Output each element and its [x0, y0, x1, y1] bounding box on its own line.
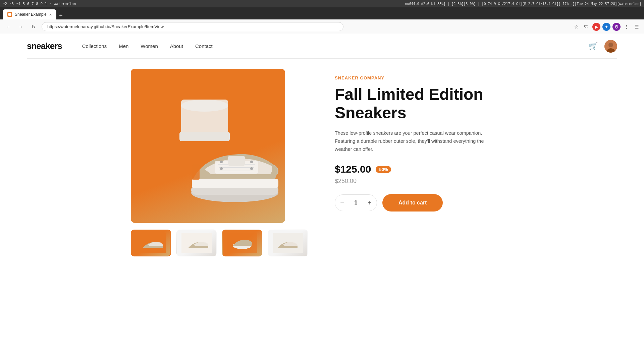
main-product-image[interactable] — [131, 69, 285, 223]
os-bar-right: nu644.0 d2.6 Ki 88%] | [C 3%][S 0%] | [O… — [405, 2, 641, 6]
product-title: Fall Limited Edition Sneakers — [335, 85, 513, 122]
svg-rect-15 — [228, 156, 245, 166]
discount-badge: 50% — [376, 166, 391, 173]
quantity-decrease-button[interactable]: − — [335, 195, 349, 211]
svg-point-18 — [250, 161, 253, 163]
svg-point-20 — [250, 167, 253, 170]
nav-link-men[interactable]: Men — [119, 43, 128, 49]
nav-link-about[interactable]: About — [170, 43, 183, 49]
thumbnail-1[interactable] — [131, 230, 171, 256]
refresh-icon: ↻ — [32, 24, 36, 29]
thumbnail-3[interactable] — [222, 230, 262, 256]
address-bar: ← → ↻ ☆ 🛡 ▶ ✦ ⚙ ⋮ ☰ — [0, 19, 644, 34]
os-bar-text: *2 ᵃ3 ᵃ4 5 6 7 8 9 1 ᵃ watermelon — [3, 2, 76, 6]
ext-purple-icon[interactable]: ⚙ — [612, 23, 621, 31]
avatar[interactable] — [604, 40, 617, 53]
nav-links: Collections Men Women About Contact — [82, 43, 587, 49]
logo[interactable]: sneakers — [27, 41, 62, 51]
product-images — [131, 69, 308, 256]
svg-point-0 — [8, 13, 11, 16]
forward-button[interactable]: → — [16, 22, 25, 32]
svg-rect-6 — [179, 132, 230, 141]
tab-bar: Sneaker Example × + — [0, 7, 644, 19]
os-bar-left: *2 ᵃ3 ᵃ4 5 6 7 8 9 1 ᵃ watermelon — [3, 2, 76, 6]
quantity-control: − + — [335, 194, 377, 211]
os-bar: *2 ᵃ3 ᵃ4 5 6 7 8 9 1 ᵃ watermelon nu644.… — [0, 0, 644, 7]
back-icon: ← — [6, 24, 10, 29]
nav-actions: 🛒 — [587, 40, 617, 53]
cart-icon: 🛒 — [589, 42, 598, 50]
shield-icon[interactable]: 🛡 — [582, 23, 590, 31]
price-current: $125.00 — [335, 164, 371, 175]
sneaker-illustration — [138, 75, 278, 216]
brand-label: SNEAKER COMPANY — [335, 75, 513, 80]
product-info: SNEAKER COMPANY Fall Limited Edition Sne… — [335, 69, 513, 256]
tab-title: Sneaker Example — [15, 12, 47, 17]
svg-rect-16 — [192, 164, 200, 180]
star-icon[interactable]: ☆ — [572, 23, 580, 31]
product-description: These low-profile sneakers are your perf… — [335, 129, 502, 154]
cart-row: − + Add to cart — [335, 194, 513, 212]
quantity-increase-button[interactable]: + — [363, 195, 377, 211]
nav-item-collections[interactable]: Collections — [82, 43, 107, 49]
page-wrapper: sneakers Collections Men Women About Con… — [0, 34, 644, 362]
forward-icon: → — [18, 24, 23, 29]
svg-rect-5 — [181, 100, 228, 136]
svg-point-19 — [220, 167, 223, 170]
refresh-button[interactable]: ↻ — [29, 22, 38, 32]
thumbnail-row — [131, 230, 308, 256]
thumbnail-4[interactable] — [268, 230, 308, 256]
add-to-cart-button[interactable]: Add to cart — [382, 194, 443, 212]
ext-blue-icon[interactable]: ✦ — [602, 23, 610, 31]
ext-red-icon[interactable]: ▶ — [592, 23, 600, 31]
nav-item-men[interactable]: Men — [119, 43, 128, 49]
svg-rect-9 — [192, 179, 278, 188]
quantity-input[interactable] — [349, 200, 363, 206]
tab-close-button[interactable]: × — [49, 12, 52, 17]
nav-item-women[interactable]: Women — [141, 43, 158, 49]
new-tab-button[interactable]: + — [56, 12, 65, 19]
back-button[interactable]: ← — [3, 22, 13, 32]
main-content: SNEAKER COMPANY Fall Limited Edition Sne… — [104, 59, 540, 277]
nav-item-contact[interactable]: Contact — [195, 43, 213, 49]
url-input[interactable] — [42, 22, 343, 31]
svg-point-17 — [220, 161, 223, 163]
nav-link-collections[interactable]: Collections — [82, 43, 107, 49]
nav-item-about[interactable]: About — [170, 43, 183, 49]
cart-button[interactable]: 🛒 — [587, 41, 599, 52]
svg-point-2 — [608, 43, 613, 47]
hamburger-menu-icon[interactable]: ☰ — [633, 23, 641, 31]
extensions-icon[interactable]: ⋮ — [623, 23, 631, 31]
price-row: $125.00 50% — [335, 164, 513, 175]
navbar: sneakers Collections Men Women About Con… — [0, 34, 644, 58]
nav-link-contact[interactable]: Contact — [195, 43, 213, 49]
browser-action-icons: ☆ 🛡 ▶ ✦ ⚙ ⋮ ☰ — [572, 23, 641, 31]
price-original: $250.00 — [335, 178, 513, 185]
browser-tab[interactable]: Sneaker Example × — [3, 9, 56, 19]
tab-favicon — [7, 12, 12, 17]
thumbnail-2[interactable] — [176, 230, 217, 256]
nav-link-women[interactable]: Women — [141, 43, 158, 49]
